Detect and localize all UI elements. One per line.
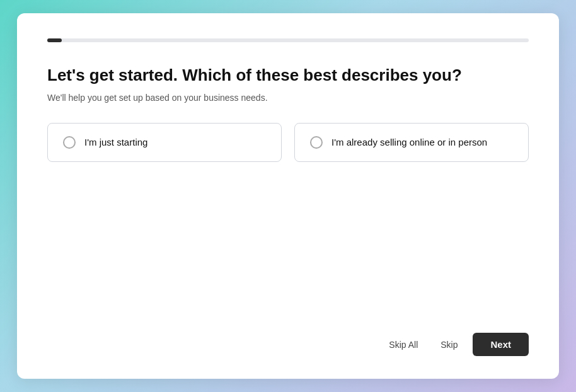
radio-just-starting[interactable] — [63, 136, 76, 149]
skip-all-button[interactable]: Skip All — [381, 335, 425, 355]
question-subtitle: We'll help you get set up based on your … — [47, 93, 529, 103]
progress-bar-container — [47, 38, 529, 42]
onboarding-modal: Let's get started. Which of these best d… — [17, 13, 559, 379]
options-row: I'm just starting I'm already selling on… — [47, 123, 529, 162]
option-already-selling[interactable]: I'm already selling online or in person — [294, 123, 529, 162]
option-already-selling-label: I'm already selling online or in person — [331, 137, 487, 147]
option-just-starting[interactable]: I'm just starting — [47, 123, 282, 162]
footer: Skip All Skip Next — [47, 303, 529, 356]
skip-button[interactable]: Skip — [433, 335, 465, 355]
question-title: Let's get started. Which of these best d… — [47, 65, 529, 86]
next-button[interactable]: Next — [473, 333, 529, 356]
radio-already-selling[interactable] — [310, 136, 323, 149]
option-just-starting-label: I'm just starting — [84, 137, 147, 147]
progress-bar-fill — [47, 38, 62, 42]
